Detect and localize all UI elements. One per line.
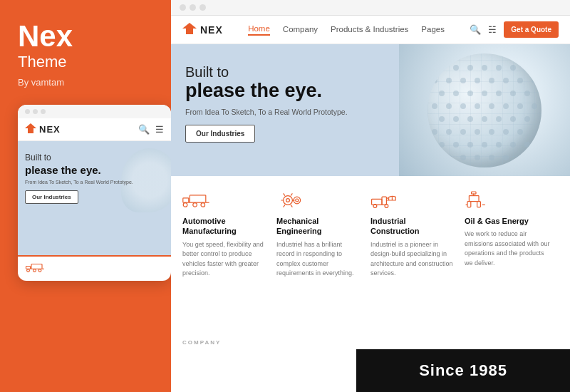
svg-point-17 [432, 78, 437, 83]
get-quote-button[interactable]: Get a Quote [504, 21, 559, 38]
oilgas-icon [465, 190, 493, 210]
desktop-hero: Built to please the eye. From Idea To Sk… [171, 44, 570, 176]
nav-link-pages[interactable]: Pages [421, 25, 445, 35]
mobile-dot-2 [33, 109, 38, 114]
footer-since-text: Since 1985 [419, 361, 507, 380]
desktop-top-bar [171, 0, 570, 16]
svg-point-38 [517, 103, 523, 109]
mobile-hero-sub: From Idea To Sketch, To a Real World Pro… [25, 180, 164, 185]
svg-point-13 [482, 65, 487, 71]
svg-point-15 [510, 65, 516, 71]
svg-rect-86 [477, 202, 481, 207]
svg-point-31 [524, 91, 530, 96]
desktop-logo-area: NEX [182, 23, 223, 37]
mobile-dot-1 [25, 109, 30, 114]
mobile-logo-area: NEX [25, 123, 61, 135]
svg-point-26 [453, 91, 459, 96]
theme-subtitle: Theme [18, 53, 73, 71]
svg-point-16 [524, 65, 530, 71]
svg-point-28 [482, 91, 487, 96]
company-label: COMPANY [182, 339, 221, 346]
svg-point-63 [460, 155, 466, 160]
svg-point-21 [489, 78, 494, 83]
industry-col-automotive: Automotive Manufacturing You get speed, … [182, 189, 276, 382]
svg-rect-85 [467, 202, 471, 207]
nav-link-products[interactable]: Products & Industries [331, 25, 408, 35]
desktop-hero-button[interactable]: Our Industries [185, 125, 255, 143]
svg-point-35 [475, 103, 480, 109]
mechanical-title: Mechanical Engineering [276, 216, 362, 237]
mobile-dot-3 [41, 109, 46, 114]
svg-point-65 [489, 155, 494, 160]
svg-point-66 [503, 155, 509, 160]
construction-desc: Industriel is a pioneer in design-build … [370, 240, 456, 279]
svg-point-49 [460, 129, 466, 135]
oilgas-icon-area [465, 189, 550, 212]
svg-rect-80 [382, 197, 386, 205]
svg-point-56 [467, 142, 473, 148]
construction-icon-area [370, 189, 456, 212]
automotive-icon-area [182, 189, 268, 212]
svg-point-48 [446, 129, 452, 135]
desktop-footer-strip: Since 1985 [356, 349, 570, 392]
svg-point-2 [27, 269, 30, 272]
svg-point-71 [201, 203, 205, 207]
mobile-mockup: NEX 🔍 ☰ Built to please the eye. From Id… [18, 105, 171, 281]
mobile-logo-text: NEX [39, 124, 61, 135]
svg-point-37 [503, 103, 509, 109]
svg-point-11 [453, 65, 459, 71]
svg-rect-91 [472, 192, 476, 194]
mobile-hero-line2: please the eye. [25, 164, 164, 177]
mechanical-icon-area [276, 189, 362, 212]
svg-point-43 [482, 116, 487, 122]
svg-point-50 [475, 129, 480, 135]
svg-point-41 [453, 116, 459, 122]
svg-point-44 [496, 116, 502, 122]
svg-point-36 [489, 103, 494, 109]
svg-rect-3 [31, 264, 42, 269]
svg-point-42 [467, 116, 473, 122]
mobile-menu-icon[interactable]: ☰ [155, 124, 164, 135]
svg-rect-67 [183, 198, 189, 202]
desktop-navbar: NEX Home Company Products & Industries P… [171, 16, 570, 44]
svg-point-30 [510, 91, 516, 96]
mobile-nav-icons: 🔍 ☰ [138, 124, 164, 135]
right-panel: NEX Home Company Products & Industries P… [171, 0, 570, 392]
svg-point-54 [439, 142, 445, 148]
mobile-hero-button[interactable]: Our Industries [25, 190, 78, 204]
svg-marker-0 [25, 123, 36, 133]
desktop-logo-text: NEX [200, 24, 223, 36]
svg-point-68 [183, 203, 187, 207]
svg-point-32 [432, 103, 437, 109]
mechanical-desc: Industriel has a brilliant record in res… [276, 240, 362, 279]
svg-point-61 [432, 155, 437, 160]
svg-point-64 [475, 155, 480, 160]
svg-point-40 [439, 116, 445, 122]
oilgas-title: Oil & Gas Energy [465, 216, 550, 226]
mobile-industry-section [18, 255, 171, 281]
svg-point-47 [432, 129, 437, 135]
svg-point-70 [193, 203, 197, 207]
construction-icon [370, 190, 399, 210]
nav-cart-icon[interactable]: ☵ [488, 24, 497, 35]
mobile-search-icon[interactable]: 🔍 [138, 124, 150, 135]
svg-point-24 [532, 78, 537, 83]
nav-link-company[interactable]: Company [283, 25, 318, 35]
nav-search-icon[interactable]: 🔍 [470, 24, 481, 35]
svg-rect-1 [26, 267, 31, 269]
desktop-hero-image [399, 44, 570, 176]
svg-point-58 [496, 142, 502, 148]
theme-title: Nex [18, 21, 73, 51]
svg-point-45 [510, 116, 516, 122]
svg-point-14 [496, 65, 502, 71]
desktop-dot-3 [200, 4, 206, 11]
svg-point-12 [467, 65, 473, 71]
svg-point-39 [532, 103, 537, 109]
svg-point-5 [38, 269, 41, 272]
svg-rect-79 [372, 199, 382, 205]
nav-link-home[interactable]: Home [248, 24, 270, 36]
mobile-nav: NEX 🔍 ☰ [18, 118, 171, 141]
desktop-hero-line1: Built to [185, 64, 389, 81]
svg-point-19 [460, 78, 466, 83]
automotive-icon [182, 190, 211, 210]
